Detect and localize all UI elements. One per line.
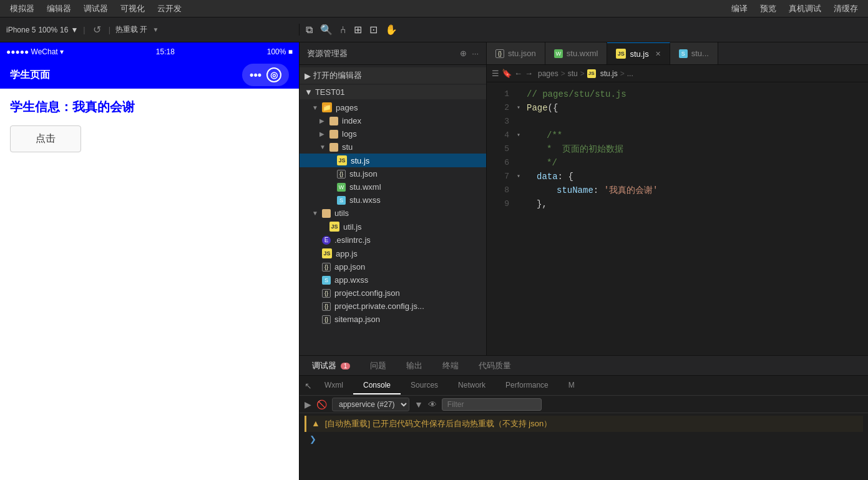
tree-item-stu[interactable]: ▼ stu: [300, 140, 486, 154]
block-icon[interactable]: 🚫: [316, 399, 327, 409]
debug-tab-issues[interactable]: 问题: [365, 358, 391, 374]
section-arrow: ▼: [305, 87, 313, 97]
tree-label: app.js: [336, 249, 358, 258]
tree-item-logs[interactable]: ▶ logs: [300, 127, 486, 140]
device-zoom: 100%: [38, 26, 57, 34]
chrome-tab-performance[interactable]: Performance: [495, 377, 558, 394]
json-icon: {}: [322, 315, 331, 324]
code-line-9: 9 },: [487, 197, 868, 211]
debug-tab-debugger[interactable]: 调试器 1: [307, 358, 355, 374]
chevron-down-icon2[interactable]: ▼: [152, 26, 158, 33]
git-icon[interactable]: ⑃: [340, 24, 346, 36]
debug-tab-codequality[interactable]: 代码质量: [474, 358, 516, 374]
top-menu-left: 模拟器 编辑器 调试器 可视化 云开发: [10, 3, 182, 14]
eslint-icon: E: [322, 236, 331, 245]
tab-stu-wxml[interactable]: W stu.wxml: [545, 42, 608, 64]
menu-simulator[interactable]: 模拟器: [10, 3, 34, 14]
copy-icon[interactable]: ⧉: [306, 24, 313, 36]
tab-label: stu.json: [508, 49, 536, 58]
json-tab-icon: {}: [495, 49, 504, 58]
layout-icon[interactable]: ⊞: [354, 24, 362, 36]
hand-icon[interactable]: ✋: [385, 24, 397, 36]
menu-device-debug[interactable]: 真机调试: [789, 3, 821, 14]
tree-item-eslint[interactable]: E .eslintrc.js: [300, 233, 486, 247]
search-icon[interactable]: 🔍: [320, 24, 333, 36]
tree-label: stu.js: [351, 156, 369, 165]
tree-label: .eslintrc.js: [334, 235, 371, 245]
tree-arrow: ▶: [319, 117, 326, 124]
cursor-icon[interactable]: ↖: [305, 381, 312, 391]
tab-stu-wxss[interactable]: S stu...: [670, 42, 718, 64]
tree-label: pages: [336, 103, 358, 112]
js-tab-icon: JS: [616, 49, 626, 59]
tree-item-project-config[interactable]: {} project.config.json: [300, 287, 486, 300]
tab-label: stu.js: [630, 49, 648, 59]
menu-editor[interactable]: 编辑器: [47, 3, 71, 14]
menu-debugger[interactable]: 调试器: [84, 3, 108, 14]
tree-item-app-wxss[interactable]: S app.wxss: [300, 273, 486, 287]
separator: |: [83, 25, 85, 34]
tree-item-stu-wxml[interactable]: W stu.wxml: [300, 180, 486, 193]
chrome-tab-sources[interactable]: Sources: [401, 377, 448, 394]
section-open-editors[interactable]: ▶ 打开的编辑器: [300, 67, 486, 84]
editor-nav-bar: ☰ 🔖 ← → pages > stu > JS stu.js > ...: [487, 65, 868, 82]
bookmark-icon[interactable]: 🔖: [502, 69, 512, 78]
console-arrow[interactable]: ❯: [305, 432, 863, 446]
debug-badge: 1: [341, 363, 351, 370]
menu-compile[interactable]: 编译: [731, 3, 748, 14]
tree-item-stu-wxss[interactable]: S stu.wxss: [300, 193, 486, 207]
back-icon[interactable]: ←: [514, 69, 522, 78]
tree-item-stu-js[interactable]: JS stu.js: [300, 154, 486, 167]
tree-label: stu: [342, 142, 353, 152]
js-icon: JS: [322, 248, 332, 258]
eye-icon[interactable]: 👁: [428, 399, 437, 409]
tree-item-stu-json[interactable]: {} stu.json: [300, 167, 486, 180]
chrome-tab-more[interactable]: M: [558, 377, 585, 394]
tab-stu-js[interactable]: JS stu.js ✕: [607, 42, 670, 64]
list-view-icon[interactable]: ☰: [492, 69, 499, 78]
chrome-tab-wxml[interactable]: Wxml: [315, 377, 353, 394]
chrome-tab-console[interactable]: Console: [353, 377, 401, 394]
tree-item-sitemap[interactable]: {} sitemap.json: [300, 313, 486, 326]
play-icon[interactable]: ▶: [305, 399, 311, 409]
new-file-icon[interactable]: ⊕: [460, 49, 467, 58]
tree-label: app.json: [334, 262, 365, 272]
debug-tab-terminal[interactable]: 终端: [437, 358, 464, 374]
simulator-panel: ●●●●● WeChat ▾ 15:18 100% ■ 学生页面 ••• ◎ 学…: [0, 42, 300, 480]
forward-icon[interactable]: →: [525, 69, 533, 78]
debug-tab-output[interactable]: 输出: [401, 358, 427, 374]
tree-item-index[interactable]: ▶ index: [300, 114, 486, 127]
menu-preview[interactable]: 预览: [760, 3, 776, 14]
tree-item-utils[interactable]: ▼ utils: [300, 207, 486, 220]
click-button[interactable]: 点击: [10, 125, 81, 152]
menu-cloud[interactable]: 云开发: [157, 3, 182, 14]
service-select[interactable]: appservice (#27): [332, 398, 409, 411]
menu-visual[interactable]: 可视化: [120, 3, 145, 14]
reload-icon[interactable]: ↺: [93, 24, 101, 36]
grid-icon[interactable]: ⊡: [369, 24, 378, 36]
tree-item-app-json[interactable]: {} app.json: [300, 260, 486, 273]
device-selector[interactable]: iPhone 5 100% 16 ▼: [6, 26, 78, 34]
menu-clear-cache[interactable]: 清缓存: [834, 3, 858, 14]
section-test01[interactable]: ▼ TEST01: [300, 85, 486, 99]
wxml-icon: W: [337, 183, 346, 192]
tree-item-project-private[interactable]: {} project.private.config.js...: [300, 300, 486, 313]
tree-label: utils: [334, 208, 349, 218]
tree-label: stu.wxml: [349, 182, 381, 192]
wxss-tab-icon: S: [679, 49, 688, 58]
chevron-down-icon[interactable]: ▼: [71, 26, 78, 34]
nav-toggle-button[interactable]: ••• ◎: [242, 64, 289, 86]
tree-item-app-js[interactable]: JS app.js: [300, 247, 486, 260]
chrome-tab-network[interactable]: Network: [448, 377, 495, 394]
more-icon[interactable]: ···: [472, 49, 479, 58]
filter-input[interactable]: [442, 398, 542, 411]
hotreload-toggle[interactable]: 热重载 开: [115, 24, 147, 35]
tree-item-pages[interactable]: ▼ 📁 pages: [300, 100, 486, 114]
nav-title: 学生页面: [10, 69, 50, 82]
tree-arrow: ▼: [312, 210, 318, 217]
bc-stujs: stu.js: [600, 69, 618, 78]
tree-item-util-js[interactable]: JS util.js: [300, 220, 486, 233]
close-icon[interactable]: ✕: [655, 50, 661, 58]
chevron-down-icon[interactable]: ▼: [414, 399, 423, 409]
tab-stu-json[interactable]: {} stu.json: [487, 42, 545, 64]
